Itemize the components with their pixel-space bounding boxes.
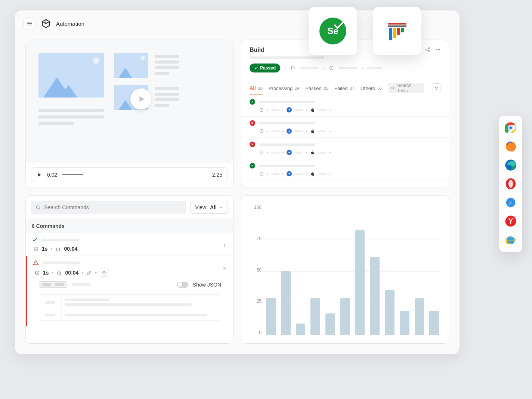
edge-icon[interactable]: [505, 159, 517, 171]
svg-point-13: [291, 69, 292, 70]
safari-icon[interactable]: [505, 197, 517, 208]
svg-point-12: [291, 66, 292, 67]
svg-rect-28: [388, 25, 406, 27]
chevron-down-icon: [219, 205, 223, 210]
tab-all[interactable]: All20: [250, 81, 263, 95]
chrome-icon[interactable]: [505, 122, 517, 134]
play-icon: [137, 95, 146, 103]
safari-icon: [287, 107, 292, 112]
text-placeholder: [155, 72, 169, 75]
svg-point-14: [294, 68, 295, 69]
share-icon[interactable]: [425, 47, 431, 53]
integration-cards: Se: [309, 7, 421, 55]
stopwatch-icon: [56, 270, 62, 276]
svg-point-10: [438, 49, 439, 50]
svg-point-9: [436, 49, 437, 50]
svg-point-7: [429, 48, 430, 49]
svg-marker-5: [38, 173, 41, 176]
bars-logo-icon: [385, 19, 409, 43]
opera-icon[interactable]: [505, 178, 517, 190]
search-tests-input[interactable]: Search Tests: [388, 83, 424, 93]
chart-bar: [266, 298, 276, 335]
chart-bar: [355, 230, 365, 335]
status-badge: Passed: [250, 64, 280, 72]
search-commands-input[interactable]: Search Commands: [31, 201, 186, 214]
command-item[interactable]: 1s • 00:04 • • Show JS: [26, 256, 233, 326]
chart-panel: 1007550250: [241, 195, 449, 344]
yandex-icon[interactable]: [505, 215, 517, 227]
search-icon: [35, 205, 41, 210]
hamburger-menu-button[interactable]: [23, 17, 36, 30]
json-toggle[interactable]: [177, 282, 188, 288]
svg-point-24: [35, 264, 36, 264]
svg-point-21: [37, 205, 40, 208]
svg-point-11: [439, 49, 440, 50]
safari-icon: [287, 171, 292, 176]
svg-point-6: [426, 49, 427, 50]
safari-icon: [287, 129, 292, 134]
test-row[interactable]: [241, 138, 449, 159]
text-placeholder: [155, 87, 179, 90]
commands-panel: Search Commands View: All 6 Commands 1s …: [25, 195, 233, 344]
page-title: Automation: [56, 21, 84, 27]
chart-bar: [281, 271, 291, 335]
text-placeholder: [38, 115, 104, 118]
tab-passed[interactable]: Passed05: [305, 82, 328, 95]
check-icon: [32, 237, 38, 243]
selenium-card[interactable]: Se: [309, 7, 357, 55]
video-controls[interactable]: 0:02 2:25: [31, 167, 228, 182]
warning-icon: [33, 260, 39, 266]
ie-icon[interactable]: [505, 234, 517, 246]
integration-card[interactable]: [373, 7, 421, 55]
check-icon: [254, 66, 258, 70]
video-progress[interactable]: [62, 174, 83, 175]
svg-rect-27: [388, 23, 406, 25]
more-icon[interactable]: [435, 47, 441, 53]
chart-bar: [296, 324, 306, 335]
svg-point-40: [508, 180, 513, 188]
test-row[interactable]: [241, 159, 449, 180]
play-button[interactable]: [130, 89, 151, 109]
svg-point-35: [509, 126, 512, 129]
text-placeholder: [38, 109, 104, 112]
tab-failed[interactable]: Failed37: [334, 82, 355, 95]
video-current-time: 0:02: [47, 172, 57, 178]
image-placeholder: [38, 53, 104, 98]
text-placeholder: [155, 104, 169, 107]
video-total-time: 2:25: [212, 172, 222, 178]
apple-icon: [310, 150, 315, 155]
chart-bar: [400, 311, 409, 335]
test-row[interactable]: [241, 95, 449, 117]
tab-processing[interactable]: Processing24: [269, 82, 300, 95]
test-list: [241, 95, 449, 188]
apple-icon: [310, 171, 315, 176]
bar-chart: 1007550250: [250, 205, 440, 340]
browser-rail: [499, 116, 522, 252]
commands-count-label: 6 Commands: [26, 219, 233, 233]
build-panel: Build Passed: [241, 40, 449, 188]
test-row[interactable]: [241, 117, 449, 138]
tab-pill[interactable]: [39, 281, 67, 288]
debug-icon[interactable]: [100, 269, 108, 277]
app-window: Automation: [15, 10, 460, 354]
chevron-down-icon[interactable]: [222, 266, 227, 271]
tab-others[interactable]: Others36: [361, 82, 382, 95]
command-item[interactable]: 1s • 00:04: [26, 233, 233, 256]
clock-icon: [34, 270, 40, 276]
play-icon: [37, 172, 42, 177]
svg-point-8: [429, 51, 430, 52]
svg-marker-2: [118, 68, 132, 78]
stopwatch-icon: [55, 246, 61, 252]
apple-icon: [310, 107, 315, 112]
apple-icon: [310, 129, 315, 134]
text-placeholder: [38, 122, 74, 125]
firefox-icon[interactable]: [505, 140, 517, 152]
view-selector[interactable]: View: All: [190, 201, 228, 214]
chart-bar: [385, 290, 395, 335]
svg-marker-4: [139, 96, 144, 102]
image-placeholder: [114, 53, 148, 78]
selenium-icon: Se: [319, 18, 346, 44]
chevron-right-icon[interactable]: [222, 243, 227, 248]
chart-bar: [310, 298, 320, 335]
filter-button[interactable]: [433, 83, 440, 93]
